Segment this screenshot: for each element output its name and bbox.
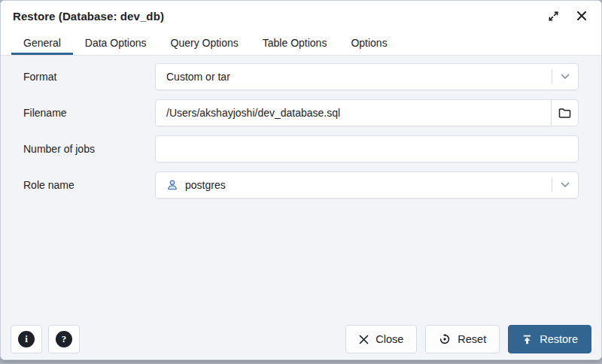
tab-options[interactable]: Options bbox=[339, 31, 399, 55]
help-button[interactable]: ? bbox=[48, 325, 80, 353]
close-button-label: Close bbox=[375, 333, 403, 345]
format-label: Format bbox=[23, 71, 155, 83]
general-tab-panel: Format Custom or tar Filename bbox=[1, 56, 601, 325]
info-icon: i bbox=[18, 331, 35, 347]
tab-bar: General Data Options Query Options Table… bbox=[1, 31, 601, 56]
number-of-jobs-label: Number of jobs bbox=[23, 143, 155, 155]
close-x-icon bbox=[359, 335, 369, 344]
dialog-footer: i ? Close Reset bbox=[1, 325, 601, 359]
filename-label: Filename bbox=[23, 107, 155, 119]
restore-button[interactable]: Restore bbox=[508, 325, 591, 353]
role-name-select[interactable]: postgres bbox=[155, 171, 579, 199]
close-button[interactable] bbox=[574, 8, 589, 23]
close-dialog-button[interactable]: Close bbox=[345, 325, 417, 353]
format-value: Custom or tar bbox=[156, 71, 230, 83]
number-of-jobs-input[interactable] bbox=[155, 135, 579, 162]
filename-input[interactable] bbox=[155, 99, 552, 126]
role-name-row: Role name postgres bbox=[23, 171, 579, 199]
restore-dialog: Restore (Database: dev_db) Ge bbox=[0, 0, 602, 360]
reset-icon bbox=[439, 333, 451, 345]
reset-button[interactable]: Reset bbox=[425, 325, 500, 353]
filename-row: Filename bbox=[23, 99, 579, 126]
close-icon bbox=[576, 11, 587, 21]
chevron-down-icon bbox=[552, 182, 578, 188]
expand-icon bbox=[548, 11, 559, 22]
dialog-titlebar: Restore (Database: dev_db) bbox=[1, 1, 601, 31]
number-of-jobs-row: Number of jobs bbox=[23, 135, 579, 162]
sql-info-button[interactable]: i bbox=[11, 325, 42, 353]
format-row: Format Custom or tar bbox=[23, 63, 579, 90]
help-icon: ? bbox=[56, 331, 72, 347]
tab-general[interactable]: General bbox=[11, 31, 73, 55]
expand-button[interactable] bbox=[546, 8, 561, 23]
reset-button-label: Reset bbox=[458, 333, 486, 345]
tab-data-options[interactable]: Data Options bbox=[73, 31, 159, 55]
role-name-value: postgres bbox=[185, 179, 226, 191]
folder-icon bbox=[558, 108, 571, 119]
restore-upload-icon bbox=[521, 334, 533, 345]
chevron-down-icon bbox=[552, 74, 578, 80]
browse-file-button[interactable] bbox=[551, 99, 579, 126]
role-name-label: Role name bbox=[23, 179, 155, 191]
format-select[interactable]: Custom or tar bbox=[155, 63, 579, 90]
dialog-title: Restore (Database: dev_db) bbox=[13, 10, 164, 23]
restore-button-label: Restore bbox=[540, 333, 578, 345]
tab-table-options[interactable]: Table Options bbox=[251, 31, 339, 55]
tab-query-options[interactable]: Query Options bbox=[159, 31, 251, 55]
user-icon bbox=[166, 179, 178, 191]
